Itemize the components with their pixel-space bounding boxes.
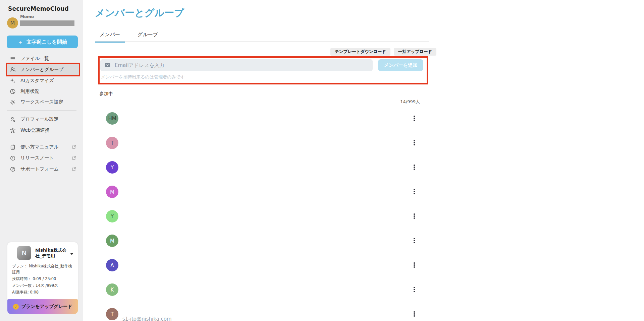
member-avatar: Y — [106, 161, 118, 174]
user-avatar: M — [7, 17, 18, 28]
member-avatar: Y — [106, 210, 118, 222]
toolbar: テンプレートダウンロード 一括アップロード — [330, 48, 436, 56]
sidebar-item-label: Web会議連携 — [20, 127, 50, 133]
external-link-icon — [72, 156, 76, 160]
list-icon — [9, 55, 16, 62]
workspace-avatar: N — [17, 246, 31, 260]
redacted-user-email — [20, 20, 74, 26]
manual-icon — [9, 144, 16, 150]
member-avatar: M — [106, 235, 118, 247]
sidebar-item-label: ファイル一覧 — [20, 56, 49, 62]
start-transcription-label: 文字起こしを開始 — [26, 39, 67, 45]
member-menu-kebab-icon[interactable] — [412, 164, 417, 170]
support-icon — [9, 166, 16, 173]
member-avatar: HM — [106, 112, 118, 125]
member-menu-kebab-icon[interactable] — [412, 189, 417, 195]
user-name: Momo — [20, 14, 34, 19]
sidebar-item-label: ワークスペース設定 — [20, 99, 63, 105]
member-menu-kebab-icon[interactable] — [412, 115, 417, 121]
sidebar-divider — [7, 138, 76, 138]
member-menu-kebab-icon[interactable] — [412, 311, 417, 317]
email-input-wrapper — [100, 59, 373, 71]
member-avatar: M — [106, 186, 118, 198]
sidebar-item-label: リリースノート — [20, 155, 54, 161]
member-count: 14/999人 — [379, 99, 420, 105]
sidebar-item-web-meeting[interactable]: Web会議連携 — [7, 125, 79, 136]
workspace-name: Nishika株式会社_デモ用 — [35, 247, 71, 259]
sidebar-item-file-list[interactable]: ファイル一覧 — [7, 53, 79, 64]
upgrade-plan-label: プランをアップグレード — [21, 304, 72, 310]
sidebar-item-manual[interactable]: 使い方マニュアル — [7, 141, 79, 152]
email-input[interactable] — [115, 62, 373, 68]
sidebar-item-label: メンバーとグループ — [20, 67, 63, 73]
add-member-button[interactable]: メンバーを追加 — [378, 59, 423, 71]
gear-icon — [9, 99, 16, 106]
member-menu-kebab-icon[interactable] — [412, 286, 417, 293]
hub-icon — [9, 127, 16, 134]
premium-badge-icon: ✓ — [13, 304, 19, 310]
app-logo: SecureMemoCloud — [8, 5, 69, 12]
workspace-member-count: メンバー数：14名 /999名 — [12, 282, 74, 288]
workspace-posting-time: 投稿時間： 0:09 / 25:00 — [12, 276, 74, 282]
app-window: SecureMemoCloud M Momo ＋ 文字起こしを開始 ファイル一覧… — [0, 0, 644, 321]
chevron-down-icon[interactable] — [70, 253, 73, 255]
member-avatar: A — [106, 259, 118, 271]
sidebar-item-label: 使い方マニュアル — [20, 144, 59, 150]
sidebar-item-workspace-settings[interactable]: ワークスペース設定 — [7, 97, 79, 108]
tab-bar: メンバー グループ — [95, 31, 163, 43]
sidebar-item-label: サポートフォーム — [20, 166, 59, 172]
member-avatar: K — [106, 283, 118, 296]
sidebar-item-label: AIカスタマイズ — [20, 78, 54, 84]
member-email: s1-ito@nishika.com — [122, 316, 172, 321]
sidebar-item-profile-settings[interactable]: プロフィール設定 — [7, 114, 79, 125]
envelope-icon — [104, 62, 111, 68]
start-transcription-button[interactable]: ＋ 文字起こしを開始 — [7, 36, 78, 48]
member-menu-kebab-icon[interactable] — [412, 140, 417, 146]
member-status-label: 参加中 — [99, 91, 113, 97]
external-link-icon — [72, 145, 76, 149]
sidebar-item-release-notes[interactable]: リリースノート — [7, 152, 79, 164]
template-download-button[interactable]: テンプレートダウンロード — [330, 48, 390, 56]
external-link-icon — [72, 167, 76, 171]
sidebar-item-label: プロフィール設定 — [20, 116, 59, 122]
member-avatar: T — [106, 137, 118, 149]
tab-groups[interactable]: グループ — [133, 31, 163, 43]
invite-section-highlighted: メンバーを追加 メンバーを招待出来るのは管理者のみです — [98, 56, 428, 84]
sidebar-item-ai-customize[interactable]: AIカスタマイズ — [7, 75, 79, 86]
release-icon — [9, 155, 16, 162]
sidebar-item-usage[interactable]: 利用状況 — [7, 86, 79, 97]
tab-members[interactable]: メンバー — [95, 31, 125, 43]
sidebar-item-support-form[interactable]: サポートフォーム — [7, 164, 79, 175]
sidebar-divider — [7, 110, 76, 111]
bulk-upload-button[interactable]: 一括アップロード — [394, 48, 436, 56]
member-menu-kebab-icon[interactable] — [412, 238, 417, 244]
workspace-plan: プラン： Nishika株式会社_動作検証用 — [12, 263, 74, 275]
people-icon — [9, 66, 16, 73]
member-menu-kebab-icon[interactable] — [412, 213, 417, 219]
workspace-details: プラン： Nishika株式会社_動作検証用 投稿時間： 0:09 / 25:0… — [12, 263, 74, 296]
workspace-ai-minutes: AI議事録: 0:08 — [12, 289, 74, 295]
member-avatar: T — [106, 308, 118, 320]
page-title: メンバーとグループ — [95, 6, 184, 20]
member-menu-kebab-icon[interactable] — [412, 262, 417, 268]
upgrade-plan-button[interactable]: ✓ プランをアップグレード — [7, 299, 78, 314]
profile-gear-icon — [9, 116, 16, 123]
sparkles-icon — [9, 77, 16, 84]
workspace-card: N Nishika株式会社_デモ用 プラン： Nishika株式会社_動作検証用… — [7, 242, 78, 299]
invite-helper-text: メンバーを招待出来るのは管理者のみです — [101, 74, 185, 80]
usage-chart-icon — [9, 88, 16, 95]
plus-icon: ＋ — [17, 38, 23, 46]
sidebar-item-label: 利用状況 — [20, 88, 39, 94]
sidebar: SecureMemoCloud M Momo ＋ 文字起こしを開始 ファイル一覧… — [0, 0, 83, 321]
sidebar-item-members-groups[interactable]: メンバーとグループ — [7, 64, 79, 75]
